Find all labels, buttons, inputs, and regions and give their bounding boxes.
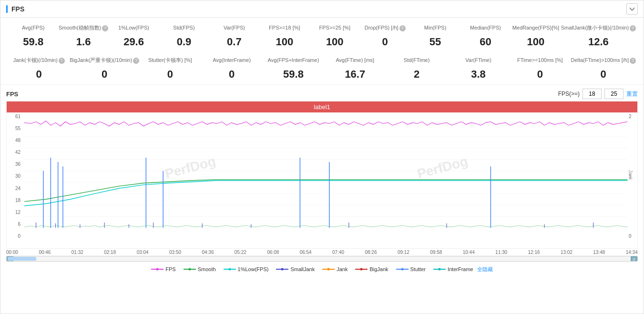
svg-point-43 bbox=[360, 268, 363, 271]
metric-value-4: 0.7 bbox=[209, 36, 259, 48]
metric2-value-8: 0 bbox=[509, 68, 571, 81]
metric-item-6: FPS>=25 [%]100 bbox=[310, 21, 360, 48]
legend-label-7: InterFrame bbox=[448, 266, 473, 272]
metric2-item-1: BigJank(严重卡顿)(/10min)?0 bbox=[70, 54, 139, 81]
legend-item-6[interactable]: Stutter bbox=[396, 266, 426, 272]
legend-label-2: 1%Low(FPS) bbox=[238, 266, 269, 272]
metric-value-6: 100 bbox=[310, 36, 360, 48]
metric-value-8: 55 bbox=[410, 36, 460, 48]
metric2-item-2: Stutter(卡顿率) [%]0 bbox=[139, 54, 201, 81]
legend-label-3: SmallJank bbox=[290, 266, 315, 272]
metric-label-2: 1%Low(FPS) bbox=[109, 21, 159, 35]
metrics-row-2: Jank(卡顿)(/10min)?0BigJank(严重卡顿)(/10min)?… bbox=[0, 50, 644, 82]
svg-point-47 bbox=[438, 268, 440, 271]
metric2-item-3: Avg(InterFrame)0 bbox=[201, 54, 262, 81]
metric2-item-5: Avg(FTime) [ms]16.7 bbox=[324, 54, 386, 81]
panel-header: FPS bbox=[0, 0, 644, 18]
help2-icon-0[interactable]: ? bbox=[59, 58, 65, 64]
metric2-item-9: Delta(FTime)>100ms [/h]?0 bbox=[571, 54, 636, 81]
header-left: FPS bbox=[6, 5, 24, 13]
metric-label-5: FPS>=18 [%] bbox=[259, 21, 309, 35]
metric-value-5: 100 bbox=[259, 36, 309, 48]
divider bbox=[0, 84, 644, 85]
metric2-label-3: Avg(InterFrame) bbox=[201, 54, 262, 67]
x-axis-label-18: 13:48 bbox=[593, 250, 605, 255]
scrollbar-right-handle[interactable]: ||| bbox=[631, 256, 637, 261]
scrollbar[interactable]: ||| ||| bbox=[6, 256, 638, 262]
metric2-item-6: Std(FTime)2 bbox=[386, 54, 447, 81]
x-axis: 00:0000:4601:3202:1803:0403:5004:3605:22… bbox=[0, 249, 644, 255]
metric2-value-2: 0 bbox=[139, 68, 201, 81]
fps-threshold-2-input[interactable] bbox=[604, 89, 624, 99]
legend-item-2[interactable]: 1%Low(FPS) bbox=[224, 266, 269, 272]
x-axis-label-1: 00:46 bbox=[39, 250, 51, 255]
legend-icon-2 bbox=[224, 267, 236, 271]
metric-label-4: Var(FPS) bbox=[209, 21, 259, 35]
metric2-label-0: Jank(卡顿)(/10min)? bbox=[8, 54, 70, 67]
x-axis-label-15: 11:30 bbox=[495, 250, 507, 255]
svg-point-35 bbox=[188, 268, 191, 271]
scrollbar-thumb[interactable] bbox=[8, 257, 36, 261]
metric-label-7: Drop(FPS) [/h]? bbox=[360, 21, 410, 35]
legend-item-3[interactable]: SmallJank bbox=[276, 266, 315, 272]
metric2-value-6: 2 bbox=[386, 68, 447, 81]
x-axis-label-8: 06:08 bbox=[267, 250, 279, 255]
legend-icon-3 bbox=[276, 267, 288, 271]
legend-label-6: Stutter bbox=[410, 266, 426, 272]
metric-value-7: 0 bbox=[360, 36, 410, 48]
help2-icon-9[interactable]: ? bbox=[630, 58, 636, 64]
reset-button[interactable]: 重置 bbox=[626, 90, 638, 98]
metric2-item-0: Jank(卡顿)(/10min)?0 bbox=[8, 54, 70, 81]
svg-point-45 bbox=[401, 268, 403, 271]
fps-threshold-1-input[interactable] bbox=[583, 89, 602, 99]
x-axis-label-7: 05:22 bbox=[235, 250, 246, 255]
metric-label-1: Smooth(稳帧指数)? bbox=[58, 21, 108, 35]
metric2-value-1: 0 bbox=[70, 68, 139, 81]
metric-value-11: 12.6 bbox=[561, 36, 636, 48]
metric-item-3: Std(FPS)0.9 bbox=[159, 21, 209, 48]
help2-icon-1[interactable]: ? bbox=[133, 58, 139, 64]
metric2-label-9: Delta(FTime)>100ms [/h]? bbox=[571, 54, 636, 67]
fps-filter-label: FPS(>=) bbox=[558, 91, 580, 97]
metric-item-2: 1%Low(FPS)29.6 bbox=[109, 21, 159, 48]
panel-dropdown-button[interactable] bbox=[626, 3, 638, 15]
legend-icon-4 bbox=[322, 267, 335, 271]
legend-item-7[interactable]: InterFrame bbox=[433, 266, 473, 272]
legend-item-5[interactable]: BigJank bbox=[355, 266, 388, 272]
legend-icon-1 bbox=[184, 267, 196, 271]
legend-item-0[interactable]: FPS bbox=[151, 266, 175, 272]
x-axis-label-16: 12:16 bbox=[528, 250, 540, 255]
metric2-item-7: Var(FTime)3.8 bbox=[448, 54, 509, 81]
metric-item-0: Avg(FPS)59.8 bbox=[8, 21, 58, 48]
legend-item-1[interactable]: Smooth bbox=[184, 266, 216, 272]
metric2-label-4: Avg(FPS+InterFrame) bbox=[263, 54, 324, 67]
help-icon-7[interactable]: ? bbox=[399, 25, 406, 31]
legend: FPSSmooth1%Low(FPS)SmallJankJankBigJankS… bbox=[151, 264, 473, 274]
metric2-value-0: 0 bbox=[8, 68, 70, 81]
metric2-item-8: FTime>=100ms [%]0 bbox=[509, 54, 571, 81]
metric-item-9: Median(FPS)60 bbox=[460, 21, 511, 48]
help-icon-11[interactable]: ? bbox=[630, 25, 636, 31]
x-axis-label-5: 03:50 bbox=[169, 250, 181, 255]
hide-all-button[interactable]: 全隐藏 bbox=[477, 266, 493, 273]
fps-filter: FPS(>=) 重置 bbox=[558, 89, 638, 99]
legend-icon-7 bbox=[433, 267, 446, 271]
metric2-label-1: BigJank(严重卡顿)(/10min)? bbox=[70, 54, 139, 67]
metric-item-10: MedRange(FPS)[%]100 bbox=[511, 21, 561, 48]
legend-label-1: Smooth bbox=[198, 266, 216, 272]
metric-label-3: Std(FPS) bbox=[159, 21, 209, 35]
jank-axis-label: Jank bbox=[628, 170, 633, 180]
metric-value-9: 60 bbox=[460, 36, 511, 48]
x-axis-label-3: 02:18 bbox=[104, 250, 116, 255]
metric2-value-9: 0 bbox=[571, 68, 636, 81]
x-axis-label-13: 09:58 bbox=[430, 250, 442, 255]
legend-item-4[interactable]: Jank bbox=[322, 266, 348, 272]
x-axis-label-4: 03:04 bbox=[137, 250, 149, 255]
metric2-value-5: 16.7 bbox=[324, 68, 386, 81]
fps-panel: FPS Avg(FPS)59.8Smooth(稳帧指数)?1.61%Low(FP… bbox=[0, 0, 644, 314]
metric-value-2: 29.6 bbox=[109, 36, 159, 48]
chart-title: FPS bbox=[6, 91, 18, 98]
svg-point-33 bbox=[156, 268, 159, 271]
metric-label-0: Avg(FPS) bbox=[8, 21, 58, 35]
help-icon-1[interactable]: ? bbox=[102, 25, 108, 31]
